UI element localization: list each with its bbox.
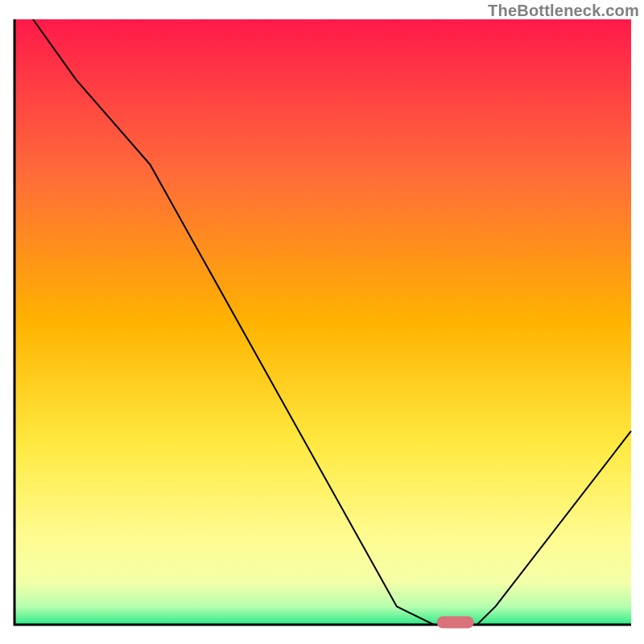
- optimal-marker: [437, 617, 474, 629]
- chart-svg: [0, 0, 644, 644]
- watermark-label: TheBottleneck.com: [488, 2, 639, 20]
- chart-container: TheBottleneck.com: [0, 0, 644, 644]
- chart-background: [14, 19, 631, 625]
